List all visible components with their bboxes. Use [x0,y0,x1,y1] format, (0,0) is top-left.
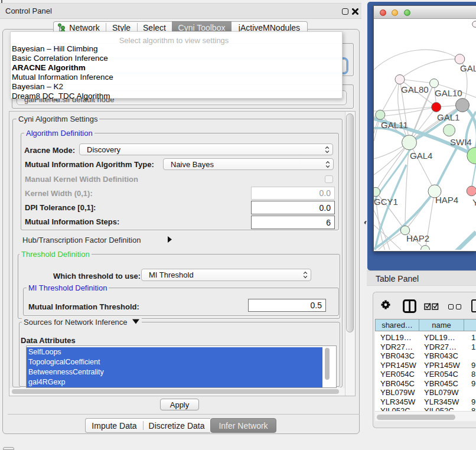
svg-text:SWI4: SWI4 [450,137,472,147]
svg-text:Y: Y [472,197,476,207]
svg-text:GCY1: GCY1 [374,197,398,207]
svg-text:GAL11: GAL11 [381,120,408,130]
svg-text:GAL10: GAL10 [435,88,462,98]
svg-text:GAL4: GAL4 [410,151,432,161]
svg-text:GAL7: GAL7 [460,63,476,73]
svg-text:GAL1: GAL1 [437,112,459,122]
svg-text:HAP4: HAP4 [435,195,458,205]
svg-text:GAL80: GAL80 [401,84,429,94]
svg-text:HAP2: HAP2 [406,233,429,243]
